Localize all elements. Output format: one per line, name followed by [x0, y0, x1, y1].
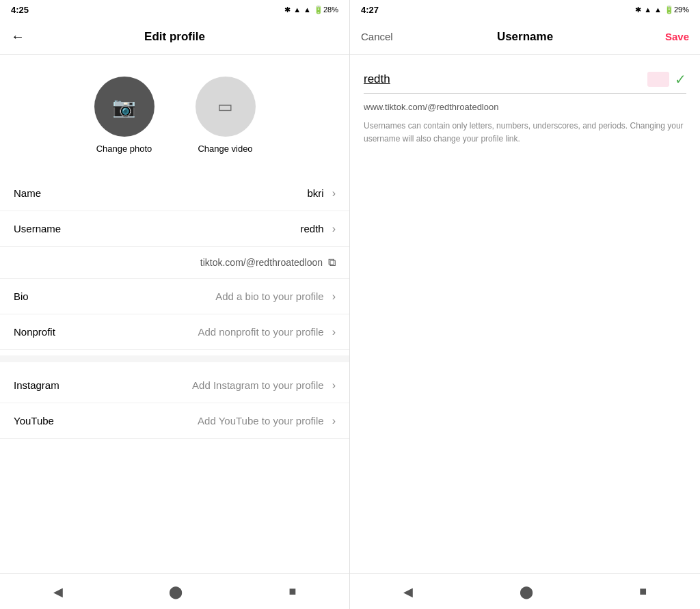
wifi-icon: ▲	[293, 5, 301, 14]
tiktok-link-value: tiktok.com/@redthroatedloon	[168, 257, 328, 268]
status-time-left: 4:25	[11, 5, 29, 15]
right-screen: 4:27 ✱ ▲ ▲ 🔋29% Cancel Username Save ✓ w…	[350, 0, 700, 609]
bluetooth-icon: ✱	[284, 5, 291, 14]
copy-icon[interactable]: ⧉	[328, 256, 336, 269]
username-highlight-box	[647, 72, 669, 87]
battery-icon: 🔋28%	[314, 5, 338, 14]
youtube-field-row[interactable]: YouTube Add YouTube to your profile ›	[0, 403, 349, 439]
nonprofit-value: Add nonprofit to your profile	[89, 326, 329, 338]
username-value: redth	[89, 223, 329, 234]
instagram-value: Add Instagram to your profile	[89, 379, 329, 391]
nonprofit-label: Nonprofit	[14, 326, 89, 338]
back-button[interactable]: ←	[11, 29, 25, 44]
youtube-value: Add YouTube to your profile	[89, 415, 329, 427]
change-photo-label: Change photo	[96, 144, 152, 154]
save-button[interactable]: Save	[665, 31, 689, 42]
battery-icon-right: 🔋29%	[664, 5, 689, 14]
username-input-row: ✓	[364, 71, 686, 94]
username-content: ✓ www.tiktok.com/@redthroatedloon Userna…	[350, 55, 700, 145]
username-input[interactable]	[364, 72, 643, 86]
name-label: Name	[14, 187, 89, 199]
bottom-nav-right: ◀ ⬤ ■	[350, 573, 700, 609]
youtube-chevron-icon: ›	[332, 415, 336, 427]
status-icons-left: ✱ ▲ ▲ 🔋28%	[284, 5, 338, 14]
name-value: bkri	[89, 187, 329, 199]
page-title: Edit profile	[144, 30, 205, 44]
back-nav-button-right[interactable]: ◀	[403, 584, 413, 599]
username-hint-text: Usernames can contain only letters, numb…	[364, 121, 684, 144]
home-nav-button[interactable]: ⬤	[169, 584, 183, 599]
recents-nav-button-right[interactable]: ■	[639, 584, 647, 599]
change-video-label: Change video	[198, 144, 252, 154]
photo-circle[interactable]: 📷	[94, 77, 154, 137]
back-nav-button[interactable]: ◀	[53, 584, 63, 599]
bluetooth-icon-right: ✱	[635, 5, 641, 14]
edit-profile-navbar: ← Edit profile	[0, 19, 349, 55]
username-field-row[interactable]: Username redth ›	[0, 211, 349, 247]
bio-value: Add a bio to your profile	[89, 290, 329, 302]
left-screen: 4:25 ✱ ▲ ▲ 🔋28% ← Edit profile 📷 Change …	[0, 0, 350, 609]
signal-icon-right: ▲	[654, 5, 662, 14]
nonprofit-field-row[interactable]: Nonprofit Add nonprofit to your profile …	[0, 314, 349, 350]
username-page-title: Username	[497, 30, 553, 44]
instagram-label: Instagram	[14, 379, 89, 391]
nonprofit-chevron-icon: ›	[332, 326, 336, 338]
name-field-row[interactable]: Name bkri ›	[0, 176, 349, 211]
username-navbar: Cancel Username Save	[350, 19, 700, 55]
home-nav-button-right[interactable]: ⬤	[520, 584, 533, 599]
video-icon: ▭	[217, 97, 233, 116]
status-bar-left: 4:25 ✱ ▲ ▲ 🔋28%	[0, 0, 349, 19]
profile-fields: Name bkri › Username redth › tiktok.com/…	[0, 170, 349, 355]
recents-nav-button[interactable]: ■	[288, 584, 296, 599]
cancel-button[interactable]: Cancel	[361, 31, 393, 42]
video-circle[interactable]: ▭	[196, 77, 256, 137]
status-icons-right: ✱ ▲ ▲ 🔋29%	[635, 5, 689, 14]
instagram-chevron-icon: ›	[332, 379, 336, 392]
change-photo-item[interactable]: 📷 Change photo	[94, 77, 154, 154]
signal-icon: ▲	[304, 5, 311, 14]
youtube-label: YouTube	[14, 415, 89, 427]
tiktok-link-row: tiktok.com/@redthroatedloon ⧉	[0, 247, 349, 279]
bio-label: Bio	[14, 290, 89, 302]
media-section: 📷 Change photo ▭ Change video	[0, 55, 349, 170]
name-chevron-icon: ›	[332, 187, 336, 200]
status-bar-right: 4:27 ✱ ▲ ▲ 🔋29%	[350, 0, 700, 19]
social-fields: Instagram Add Instagram to your profile …	[0, 362, 349, 444]
tiktok-profile-url: www.tiktok.com/@redthroatedloon	[364, 102, 686, 112]
username-label: Username	[14, 223, 89, 234]
status-time-right: 4:27	[361, 5, 379, 15]
camera-icon: 📷	[112, 96, 136, 118]
check-icon: ✓	[675, 71, 686, 87]
bottom-nav-left: ◀ ⬤ ■	[0, 573, 349, 609]
wifi-icon-right: ▲	[644, 5, 651, 14]
instagram-field-row[interactable]: Instagram Add Instagram to your profile …	[0, 368, 349, 403]
change-video-item[interactable]: ▭ Change video	[196, 77, 256, 154]
bio-chevron-icon: ›	[332, 290, 336, 303]
section-divider	[0, 355, 349, 362]
username-chevron-icon: ›	[332, 223, 336, 235]
bio-field-row[interactable]: Bio Add a bio to your profile ›	[0, 279, 349, 314]
